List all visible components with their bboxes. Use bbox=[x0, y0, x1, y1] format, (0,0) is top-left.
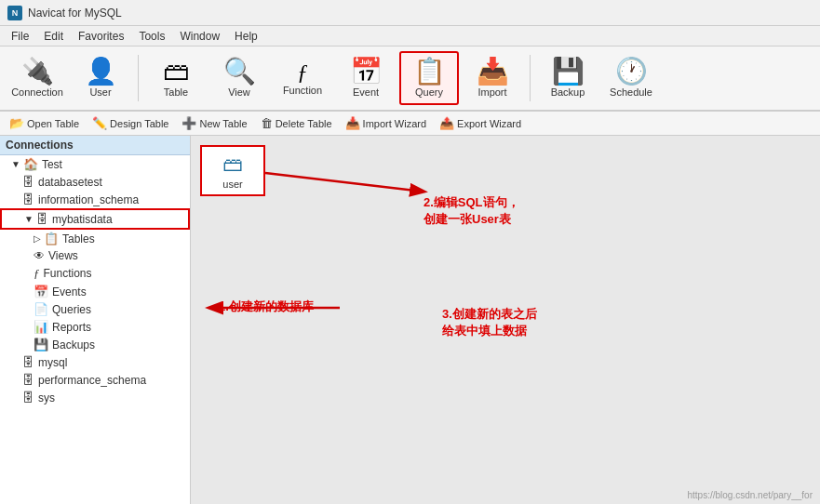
new-table-icon: ➕ bbox=[181, 116, 196, 130]
sidebar: Connections ▼ 🏠 Test 🗄 databasetest 🗄 in… bbox=[0, 136, 191, 504]
tree-icon-tables: 📋 bbox=[44, 232, 59, 245]
toolbar-connection[interactable]: 🔌 Connection bbox=[7, 51, 67, 105]
tree-label-views: Views bbox=[48, 249, 78, 262]
open-table-btn[interactable]: 📂 Open Table bbox=[4, 114, 85, 132]
design-table-btn[interactable]: ✏️ Design Table bbox=[87, 114, 174, 132]
tree-label-performance-schema: performance_schema bbox=[38, 374, 146, 387]
tree-icon-functions: ƒ bbox=[34, 266, 40, 281]
tree-label-mysql: mysql bbox=[38, 356, 67, 369]
event-label: Event bbox=[353, 86, 379, 98]
sidebar-item-performance-schema[interactable]: 🗄 performance_schema bbox=[0, 371, 190, 389]
tree-icon-performance-schema: 🗄 bbox=[22, 373, 34, 387]
toolbar-query[interactable]: 📋 Query bbox=[399, 51, 459, 105]
sidebar-item-information-schema[interactable]: 🗄 information_schema bbox=[0, 191, 190, 208]
schedule-label: Schedule bbox=[610, 86, 652, 98]
sidebar-item-functions[interactable]: ƒ Functions bbox=[0, 264, 190, 283]
toolbar-sep-1 bbox=[138, 55, 139, 101]
function-label: Function bbox=[283, 85, 322, 96]
tree-icon-mysql: 🗄 bbox=[22, 355, 34, 369]
new-table-btn[interactable]: ➕ New Table bbox=[176, 114, 252, 132]
tree-icon-test: 🏠 bbox=[23, 157, 38, 171]
app-icon: N bbox=[7, 6, 22, 20]
sidebar-item-mybatisdata[interactable]: ▼ 🗄 mybatisdata bbox=[0, 208, 190, 230]
sidebar-item-events[interactable]: 📅 Events bbox=[0, 283, 190, 300]
view-icon: 🔍 bbox=[223, 59, 256, 85]
watermark: https://blog.csdn.net/pary__for bbox=[687, 490, 813, 500]
toolbar-backup[interactable]: 💾 Backup bbox=[538, 51, 598, 105]
toolbar-event[interactable]: 📅 Event bbox=[336, 51, 396, 105]
query-icon: 📋 bbox=[413, 59, 446, 85]
user-table-icon[interactable]: 🗃 user bbox=[200, 145, 265, 196]
sidebar-item-queries[interactable]: 📄 Queries bbox=[0, 300, 190, 318]
sidebar-item-tables[interactable]: ▷ 📋 Tables bbox=[0, 230, 190, 247]
tree-label-sys: sys bbox=[38, 391, 55, 405]
tree-label-events: Events bbox=[52, 285, 87, 298]
user-icon: 👤 bbox=[85, 59, 117, 85]
tree-icon-information-schema: 🗄 bbox=[22, 192, 34, 206]
export-wizard-btn[interactable]: 📤 Export Wizard bbox=[434, 114, 527, 132]
toolbar-table[interactable]: 🗃 Table bbox=[146, 51, 206, 105]
title-bar: N Navicat for MySQL bbox=[0, 0, 820, 26]
backup-icon: 💾 bbox=[552, 59, 585, 85]
tree-icon-views: 👁 bbox=[34, 249, 45, 262]
event-icon: 📅 bbox=[350, 59, 383, 85]
table-icon-label: user bbox=[222, 179, 242, 190]
toolbar-schedule[interactable]: 🕐 Schedule bbox=[601, 51, 661, 105]
connection-label: Connection bbox=[11, 86, 63, 98]
import-icon: 📥 bbox=[477, 59, 509, 85]
tree-label-databasetest: databasetest bbox=[38, 176, 102, 189]
menu-bar: File Edit Favorites Tools Window Help bbox=[0, 26, 820, 46]
export-wizard-icon: 📤 bbox=[439, 116, 454, 130]
new-table-label: New Table bbox=[199, 118, 247, 129]
sidebar-item-mysql[interactable]: 🗄 mysql bbox=[0, 353, 190, 371]
tree-arrow-tables: ▷ bbox=[34, 233, 41, 244]
design-table-label: Design Table bbox=[110, 118, 168, 129]
delete-table-btn[interactable]: 🗑 Delete Table bbox=[255, 114, 338, 132]
sidebar-item-reports[interactable]: 📊 Reports bbox=[0, 318, 190, 336]
annotation-2: 2.编辑SQL语句， 创建一张User表 bbox=[423, 178, 519, 229]
menu-file[interactable]: File bbox=[4, 28, 36, 45]
svg-line-2 bbox=[265, 173, 423, 192]
open-table-label: Open Table bbox=[27, 118, 79, 129]
menu-help[interactable]: Help bbox=[227, 28, 265, 45]
tree-icon-backups: 💾 bbox=[34, 338, 48, 351]
function-icon: ƒ bbox=[297, 60, 308, 83]
tree-icon-databasetest: 🗄 bbox=[22, 175, 34, 189]
toolbar-function[interactable]: ƒ Function bbox=[273, 51, 332, 105]
toolbar-import[interactable]: 📥 Import bbox=[463, 51, 522, 105]
tree-icon-reports: 📊 bbox=[34, 320, 48, 334]
sidebar-item-sys[interactable]: 🗄 sys bbox=[0, 389, 190, 406]
annotation-3: 3.创建新的表之后 给表中填上数据 bbox=[442, 289, 537, 340]
sidebar-item-databasetest[interactable]: 🗄 databasetest bbox=[0, 173, 190, 191]
tree-icon-queries: 📄 bbox=[34, 302, 48, 316]
toolbar-user[interactable]: 👤 User bbox=[71, 51, 130, 105]
backup-label: Backup bbox=[551, 86, 585, 98]
tree-icon-mybatisdata: 🗄 bbox=[36, 212, 48, 226]
design-table-icon: ✏️ bbox=[92, 116, 107, 130]
menu-favorites[interactable]: Favorites bbox=[71, 28, 131, 45]
menu-window[interactable]: Window bbox=[172, 28, 227, 45]
import-wizard-btn[interactable]: 📥 Import Wizard bbox=[340, 114, 432, 132]
user-label: User bbox=[89, 86, 111, 98]
delete-table-label: Delete Table bbox=[276, 118, 332, 129]
menu-edit[interactable]: Edit bbox=[36, 28, 71, 45]
content-area: 🗃 user 1.创建新的数据库 2.编辑SQL语句， 创建一张User表 bbox=[191, 136, 820, 504]
app-title: Navicat for MySQL bbox=[28, 7, 122, 20]
tree-arrow-test: ▼ bbox=[11, 159, 20, 169]
table-inner-icon: 🗃 bbox=[222, 153, 243, 177]
toolbar-view[interactable]: 🔍 View bbox=[209, 51, 269, 105]
tree-label-functions: Functions bbox=[44, 267, 92, 280]
sidebar-item-test[interactable]: ▼ 🏠 Test bbox=[0, 155, 190, 173]
tree-label-backups: Backups bbox=[52, 338, 95, 351]
sidebar-item-views[interactable]: 👁 Views bbox=[0, 247, 190, 264]
sidebar-item-backups[interactable]: 💾 Backups bbox=[0, 336, 190, 353]
tree-arrow-mybatisdata: ▼ bbox=[24, 214, 34, 224]
menu-tools[interactable]: Tools bbox=[131, 28, 172, 45]
tree-label-information-schema: information_schema bbox=[38, 193, 139, 206]
annotation-1: 1.创建新的数据库 bbox=[219, 298, 314, 315]
export-wizard-label: Export Wizard bbox=[457, 118, 521, 129]
import-wizard-icon: 📥 bbox=[345, 116, 360, 130]
import-label: Import bbox=[477, 86, 506, 98]
tree-label-reports: Reports bbox=[52, 321, 91, 334]
main-area: Connections ▼ 🏠 Test 🗄 databasetest 🗄 in… bbox=[0, 136, 820, 504]
